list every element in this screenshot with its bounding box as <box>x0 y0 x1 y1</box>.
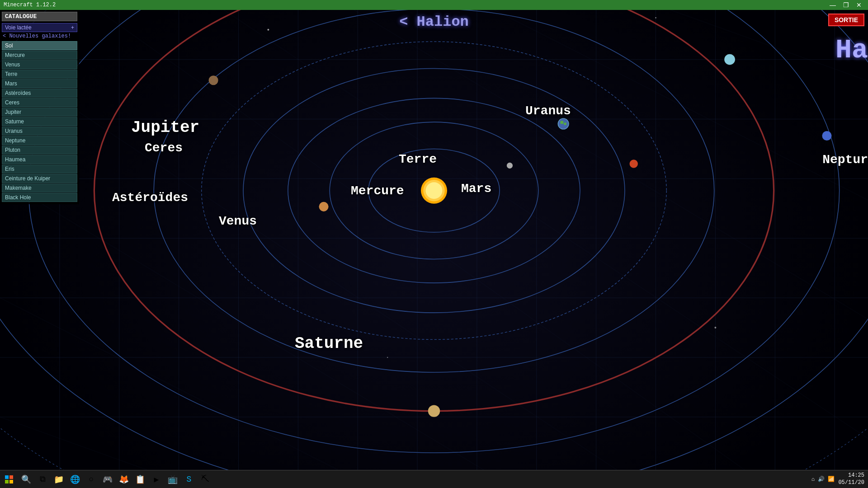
clock-date: 05/11/20 <box>838 479 864 487</box>
sidebar-item-sol[interactable]: Sol <box>2 41 77 50</box>
minimize-button[interactable]: — <box>827 1 839 9</box>
minecraft-button[interactable]: ⛏ <box>197 471 213 488</box>
top-right-controls: SORTIE <box>828 14 864 26</box>
sidebar-item-saturne[interactable]: Saturne <box>2 117 77 126</box>
sidebar-items-list: SolMercureVenusTerreMarsAstéroïdesCeresJ… <box>2 41 77 202</box>
voie-lactee-plus: + <box>71 24 74 31</box>
space-canvas <box>0 10 868 488</box>
app1-button[interactable]: 🎮 <box>99 471 116 488</box>
titlebar-controls: — ❐ ✕ <box>827 1 864 9</box>
sidebar-item-mercure[interactable]: Mercure <box>2 51 77 60</box>
maximize-button[interactable]: ❐ <box>840 1 852 9</box>
svg-point-58 <box>428 405 440 417</box>
skype-button[interactable]: S <box>181 471 197 488</box>
partial-top-text: < Halion <box>399 14 469 30</box>
sidebar-item-eris[interactable]: Eris <box>2 164 77 174</box>
app4-button[interactable]: ▶ <box>148 471 165 488</box>
sidebar-item-uranus[interactable]: Uranus <box>2 127 77 136</box>
svg-point-50 <box>319 202 328 211</box>
svg-point-66 <box>387 357 388 358</box>
app2-button[interactable]: 🦊 <box>116 471 132 488</box>
svg-rect-70 <box>5 480 9 483</box>
svg-point-48 <box>426 182 443 199</box>
start-button[interactable] <box>0 470 18 488</box>
clock-time: 14:25 <box>838 472 864 479</box>
sidebar-item-pluton[interactable]: Pluton <box>2 145 77 155</box>
close-button[interactable]: ✕ <box>854 1 864 9</box>
nouvelles-galaxies-link[interactable]: < Nouvelles galaxies! <box>2 33 77 39</box>
sidebar-item-black-hole[interactable]: Black Hole <box>2 193 77 202</box>
windows-icon <box>5 475 14 484</box>
sidebar-item-ceres[interactable]: Ceres <box>2 98 77 107</box>
svg-rect-71 <box>9 480 13 483</box>
app3-button[interactable]: 📋 <box>132 471 148 488</box>
sidebar-item-jupiter[interactable]: Jupiter <box>2 108 77 117</box>
svg-rect-69 <box>9 475 13 479</box>
taskbar: 🔍 ⧉ 📁 🌐 ○ 🎮 🦊 📋 ▶ 📺 S ⛏ ⌂ 🔊 📶 14:25 05/1… <box>0 470 868 488</box>
svg-rect-54 <box>561 121 564 124</box>
edge-button[interactable]: 🌐 <box>67 471 83 488</box>
sidebar-item-haumea[interactable]: Haumea <box>2 155 77 164</box>
clock: 14:25 05/11/20 <box>838 472 864 486</box>
svg-point-60 <box>822 131 831 141</box>
sortie-button[interactable]: SORTIE <box>828 14 864 26</box>
svg-point-64 <box>655 17 656 19</box>
titlebar: Minecraft 1.12.2 — ❐ ✕ <box>0 0 868 10</box>
svg-rect-68 <box>5 475 9 479</box>
sidebar-item-terre[interactable]: Terre <box>2 70 77 79</box>
sidebar-item-makemake[interactable]: Makemake <box>2 183 77 192</box>
taskbar-right: ⌂ 🔊 📶 14:25 05/11/20 <box>811 472 868 486</box>
sidebar-item-mars[interactable]: Mars <box>2 79 77 88</box>
voie-lactee-button[interactable]: Voie lactée + <box>2 23 77 32</box>
partial-ha-text: Ha <box>835 35 868 66</box>
task-view-button[interactable]: ⧉ <box>34 471 51 488</box>
voie-lactee-label: Voie lactée <box>5 24 32 31</box>
sidebar: CATALOGUE Voie lactée + < Nouvelles gala… <box>0 10 79 204</box>
system-tray: ⌂ 🔊 📶 <box>811 476 835 483</box>
svg-point-49 <box>507 163 513 169</box>
svg-point-57 <box>209 75 218 85</box>
search-taskbar-button[interactable]: 🔍 <box>18 471 34 488</box>
sidebar-item-venus[interactable]: Venus <box>2 60 77 69</box>
catalogue-header: CATALOGUE <box>2 12 77 21</box>
app5-button[interactable]: 📺 <box>165 471 181 488</box>
sidebar-item-neptune[interactable]: Neptune <box>2 136 77 145</box>
svg-point-59 <box>724 54 735 65</box>
cortana-button[interactable]: ○ <box>83 471 99 488</box>
file-explorer-button[interactable]: 📁 <box>51 471 67 488</box>
sidebar-item-asteroides[interactable]: Astéroïdes <box>2 89 77 98</box>
svg-point-62 <box>267 29 269 31</box>
svg-rect-55 <box>564 122 566 125</box>
map-label-neptune-partial: Neptur <box>822 153 868 167</box>
game-area: < Halion Ha Jupiter Ceres Astéroïdes Ven… <box>0 10 868 488</box>
svg-point-56 <box>630 160 638 168</box>
svg-point-67 <box>714 327 716 328</box>
sidebar-item-ceinture-kuiper[interactable]: Ceinture de Kuiper <box>2 174 77 183</box>
titlebar-title: Minecraft 1.12.2 <box>4 2 56 8</box>
